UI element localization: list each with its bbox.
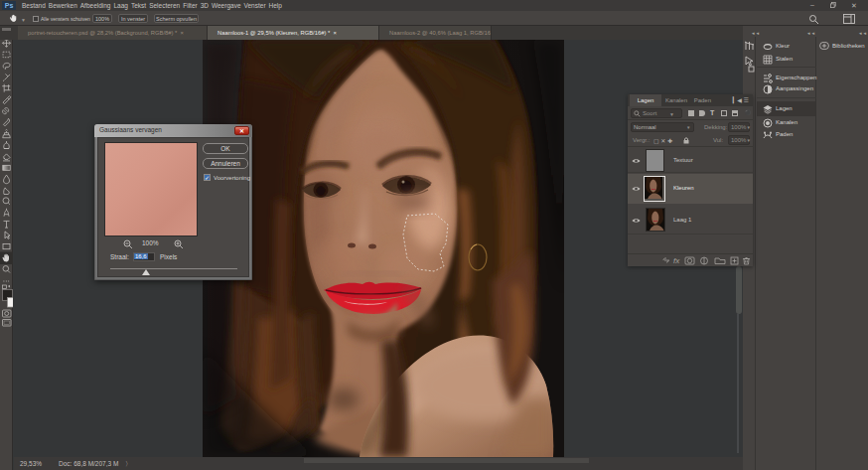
svg-text:fx: fx	[673, 256, 680, 265]
